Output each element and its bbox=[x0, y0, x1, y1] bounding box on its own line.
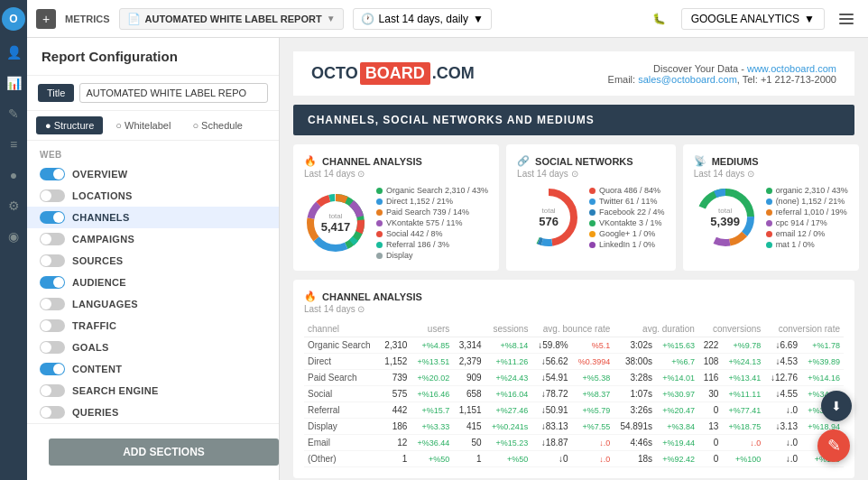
nav-label-campaigns: CAMPAIGNS bbox=[72, 234, 134, 245]
title-input[interactable] bbox=[79, 83, 268, 103]
menu-button[interactable] bbox=[834, 6, 859, 32]
toggle-channels[interactable] bbox=[40, 211, 65, 224]
analytics-chevron-icon: ▼ bbox=[804, 13, 815, 25]
medium-card-title: 📡 MEDIUMS bbox=[694, 155, 848, 167]
channel-card-title: 🔥 CHANNEL ANALYSIS bbox=[304, 155, 488, 167]
ca-icon: 🔥 bbox=[304, 291, 317, 302]
nav-item-content[interactable]: CONTENT bbox=[27, 358, 279, 380]
channel-name: Organic Search bbox=[304, 337, 379, 354]
legend-item: VKontakte 3 / 1% bbox=[589, 218, 665, 227]
analytics-selector[interactable]: GOOGLE ANALYTICS ▼ bbox=[681, 8, 825, 30]
legend-item: Display bbox=[376, 251, 488, 260]
total-text: total bbox=[321, 212, 351, 220]
nav-item-locations[interactable]: LOCATIONS bbox=[27, 185, 279, 207]
legend-item: Facebook 22 / 4% bbox=[589, 208, 665, 217]
medium-card-inner: total 5,399 organic 2,310 / 43% (none) 1… bbox=[694, 186, 848, 249]
edit-fab-button[interactable]: ✎ bbox=[817, 429, 850, 462]
legend-item: VKontakte 575 / 11% bbox=[376, 218, 488, 227]
nav-label-audience: AUDIENCE bbox=[72, 277, 126, 288]
toggle-traffic[interactable] bbox=[40, 319, 65, 332]
main-content: OCTO BOARD .COM Discover Your Data - www… bbox=[280, 38, 868, 480]
toggle-search-engine[interactable] bbox=[40, 384, 65, 397]
email-link[interactable]: sales@octoboard.com bbox=[638, 74, 737, 85]
menu-line bbox=[839, 23, 854, 24]
report-selector[interactable]: 📄 AUTOMATED WHITE LABEL REPORT ▼ bbox=[119, 8, 344, 30]
legend-item: Organic Search 2,310 / 43% bbox=[376, 186, 488, 195]
toggle-languages[interactable] bbox=[40, 298, 65, 310]
sidebar-icon-settings[interactable]: ⚙ bbox=[5, 197, 23, 215]
social-card-inner: total 576 Quora 486 / 84% Twitter 61 / 1… bbox=[517, 186, 665, 249]
tab-structure[interactable]: ● Structure bbox=[36, 116, 103, 134]
col-conversions: conversions bbox=[698, 321, 764, 337]
title-field-label: Title bbox=[38, 84, 74, 102]
nav-label-content: CONTENT bbox=[72, 364, 122, 374]
sidebar-icon-list[interactable]: ≡ bbox=[5, 135, 23, 153]
social-donut-label: total 576 bbox=[539, 207, 559, 228]
nav-item-languages[interactable]: LANGUAGES bbox=[27, 293, 279, 315]
nav-item-search-engine[interactable]: SEARCH ENGINE bbox=[27, 380, 279, 402]
bug-icon[interactable]: 🐛 bbox=[647, 6, 672, 32]
nav-label-channels: CHANNELS bbox=[72, 212, 130, 223]
channel-legend: Organic Search 2,310 / 43% Direct 1,152 … bbox=[376, 186, 488, 260]
social-total: 576 bbox=[539, 215, 559, 228]
channel-donut: total 5,417 bbox=[304, 191, 367, 254]
nav-item-queries[interactable]: QUERIES bbox=[27, 402, 279, 423]
sidebar-icon-chart[interactable]: 📊 bbox=[5, 74, 23, 92]
nav-label-queries: QUERIES bbox=[72, 407, 119, 418]
channel-analysis-table: 🔥 CHANNEL ANALYSIS Last 14 days ⊙ channe… bbox=[293, 280, 854, 478]
nav-label-overview: OVERVIEW bbox=[72, 169, 128, 180]
legend-item: Google+ 1 / 0% bbox=[589, 229, 665, 238]
sidebar-icon-user[interactable]: 👤 bbox=[5, 43, 23, 61]
app-logo[interactable]: O bbox=[2, 7, 25, 31]
nav-label-languages: LANGUAGES bbox=[72, 299, 138, 309]
toggle-content[interactable] bbox=[40, 363, 65, 375]
channel-name: Email bbox=[304, 435, 379, 451]
nav-item-campaigns[interactable]: CAMPAIGNS bbox=[27, 228, 279, 250]
col-duration: avg. duration bbox=[614, 321, 698, 337]
col-sessions: sessions bbox=[453, 321, 531, 337]
report-chevron-icon: ▼ bbox=[327, 14, 336, 23]
time-chevron-icon: ▼ bbox=[473, 13, 484, 25]
tab-whitelabel[interactable]: ○ Whitelabel bbox=[106, 116, 180, 134]
doc-icon: 📄 bbox=[127, 13, 141, 25]
channel-name: (Other) bbox=[304, 451, 379, 467]
report-contact: Discover Your Data - www.octoboard.com E… bbox=[608, 63, 836, 85]
download-button[interactable]: ⬇ bbox=[821, 391, 852, 421]
nav-item-traffic[interactable]: TRAFFIC bbox=[27, 315, 279, 337]
sidebar-icon-circle[interactable]: ◉ bbox=[5, 227, 23, 245]
nav-item-audience[interactable]: AUDIENCE bbox=[27, 272, 279, 293]
tab-schedule[interactable]: ○ Schedule bbox=[183, 116, 252, 134]
nav-item-overview[interactable]: OVERVIEW bbox=[27, 163, 279, 185]
cards-row: 🔥 CHANNEL ANALYSIS Last 14 days ⊙ total bbox=[293, 144, 854, 271]
mediums-card: 📡 MEDIUMS Last 14 days ⊙ total 5,399 bbox=[683, 144, 859, 271]
toggle-goals[interactable] bbox=[40, 341, 65, 354]
channel-icon: 🔥 bbox=[304, 155, 317, 167]
nav-item-goals[interactable]: GOALS bbox=[27, 337, 279, 358]
channel-table: channel users sessions avg. bounce rate … bbox=[304, 321, 844, 467]
channel-analysis-card: 🔥 CHANNEL ANALYSIS Last 14 days ⊙ total bbox=[293, 144, 499, 271]
add-metrics-button[interactable]: + bbox=[36, 9, 56, 29]
email-line: Email: sales@octoboard.com, Tel: +1 212-… bbox=[608, 74, 836, 85]
board-text: BOARD bbox=[360, 62, 430, 85]
toggle-locations[interactable] bbox=[40, 189, 65, 202]
ca-title-text: CHANNEL ANALYSIS bbox=[322, 291, 422, 302]
channel-name: Paid Search bbox=[304, 370, 379, 386]
toggle-campaigns[interactable] bbox=[40, 233, 65, 245]
octo-logo: OCTO BOARD .COM bbox=[311, 62, 475, 85]
time-range-selector[interactable]: 🕐 Last 14 days, daily ▼ bbox=[353, 8, 492, 30]
add-sections-button[interactable]: ADD SECTIONS bbox=[49, 438, 279, 466]
legend-item: Paid Search 739 / 14% bbox=[376, 208, 488, 217]
nav-item-sources[interactable]: SOURCES bbox=[27, 250, 279, 272]
metrics-label: METRICS bbox=[65, 14, 110, 24]
website-link[interactable]: www.octoboard.com bbox=[747, 63, 836, 74]
sidebar-icon-edit[interactable]: ✎ bbox=[5, 105, 23, 123]
left-panel: Report Configuration Title ● Structure ○… bbox=[27, 38, 280, 480]
sidebar-icon-dot[interactable]: ● bbox=[5, 166, 23, 184]
toggle-sources[interactable] bbox=[40, 254, 65, 267]
toggle-queries[interactable] bbox=[40, 406, 65, 419]
total-text: total bbox=[539, 207, 559, 215]
nav-item-channels[interactable]: CHANNELS bbox=[27, 207, 279, 228]
toggle-audience[interactable] bbox=[40, 276, 65, 289]
toggle-overview[interactable] bbox=[40, 168, 65, 180]
report-header: OCTO BOARD .COM Discover Your Data - www… bbox=[293, 51, 854, 96]
